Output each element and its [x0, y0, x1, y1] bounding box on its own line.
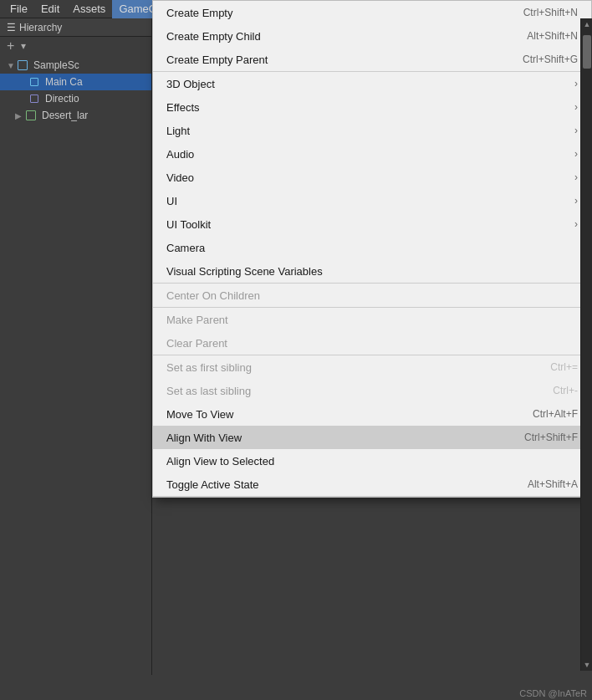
- menu-section-center: Center On Children: [153, 284, 591, 308]
- menu-item-visual-scripting[interactable]: Visual Scripting Scene Variables: [153, 259, 591, 283]
- align-with-view-label: Align With View: [166, 432, 491, 444]
- create-empty-shortcut: Ctrl+Shift+N: [523, 7, 578, 18]
- last-sibling-shortcut: Ctrl+-: [553, 385, 578, 396]
- scroll-thumb[interactable]: [583, 35, 591, 69]
- 3dobject-arrow: ›: [574, 78, 578, 89]
- menu-section-objects: 3D Object › Effects › Light › Audio › Vi…: [153, 72, 591, 284]
- move-to-view-shortcut: Ctrl+Alt+F: [533, 408, 578, 420]
- menubar-file[interactable]: File: [3, 0, 34, 18]
- create-empty-parent-label: Create Empty Parent: [166, 54, 489, 66]
- audio-label: Audio: [166, 148, 568, 161]
- visual-scripting-label: Visual Scripting Scene Variables: [166, 265, 578, 278]
- create-empty-child-label: Create Empty Child: [166, 30, 493, 43]
- hierarchy-item-dirlight[interactable]: Directio: [0, 90, 151, 107]
- dropdown-button[interactable]: ▾: [19, 40, 28, 52]
- menu-item-effects[interactable]: Effects ›: [153, 95, 591, 119]
- video-label: Video: [166, 171, 568, 184]
- menu-item-align-view-to-selected[interactable]: Align View to Selected: [153, 449, 591, 473]
- menu-item-uitoolkit[interactable]: UI Toolkit ›: [153, 212, 591, 236]
- menu-item-align-with-view[interactable]: Align With View Ctrl+Shift+F: [153, 426, 591, 449]
- menu-item-3dobject[interactable]: 3D Object ›: [153, 72, 591, 95]
- toggle-active-shortcut: Alt+Shift+A: [528, 478, 578, 490]
- menu-item-create-empty-child[interactable]: Create Empty Child Alt+Shift+N: [153, 24, 591, 48]
- dirlight-label: Directio: [45, 93, 79, 105]
- desert-arrow: ▶: [15, 111, 23, 120]
- menu-section-sibling: Set as first sibling Ctrl+= Set as last …: [153, 355, 591, 497]
- desert-icon: [25, 110, 37, 121]
- ui-arrow: ›: [574, 195, 578, 207]
- menubar-assets[interactable]: Assets: [66, 0, 112, 18]
- hierarchy-item-scene[interactable]: ▼ SampleSc: [0, 57, 151, 74]
- menu-item-clear-parent[interactable]: Clear Parent: [153, 331, 591, 355]
- 3dobject-label: 3D Object: [166, 78, 568, 90]
- menu-item-audio[interactable]: Audio ›: [153, 142, 591, 166]
- center-on-children-label: Center On Children: [166, 289, 578, 302]
- menu-section-parent: Make Parent Clear Parent: [153, 308, 591, 355]
- light-arrow: ›: [574, 125, 578, 136]
- last-sibling-label: Set as last sibling: [166, 385, 519, 397]
- menu-item-make-parent[interactable]: Make Parent: [153, 308, 591, 331]
- effects-label: Effects: [166, 101, 568, 114]
- toggle-active-label: Toggle Active State: [166, 478, 494, 491]
- uitoolkit-arrow: ›: [574, 218, 578, 230]
- menu-item-center-on-children[interactable]: Center On Children: [153, 284, 591, 307]
- menu-item-create-empty[interactable]: Create Empty Ctrl+Shift+N: [153, 1, 591, 24]
- effects-arrow: ›: [574, 101, 578, 113]
- create-empty-child-shortcut: Alt+Shift+N: [527, 30, 578, 42]
- camera-icon: [28, 76, 40, 88]
- menu-item-create-empty-parent[interactable]: Create Empty Parent Ctrl+Shift+G: [153, 48, 591, 71]
- menu-item-move-to-view[interactable]: Move To View Ctrl+Alt+F: [153, 402, 591, 426]
- align-view-to-selected-label: Align View to Selected: [166, 455, 578, 468]
- scroll-down-arrow[interactable]: ▼: [581, 659, 592, 671]
- align-with-view-shortcut: Ctrl+Shift+F: [524, 432, 578, 443]
- panel-header: ☰ Hierarchy: [0, 18, 151, 37]
- scene-icon: [17, 59, 28, 71]
- desert-label: Desert_lar: [42, 110, 88, 121]
- dirlight-icon: [28, 93, 40, 105]
- hierarchy-content: ▼ SampleSc Main Ca Directio: [0, 55, 151, 125]
- scene-label: SampleSc: [33, 59, 79, 71]
- menu-item-ui[interactable]: UI ›: [153, 189, 591, 212]
- hierarchy-panel: ☰ Hierarchy + ▾ ▼ SampleSc Main Ca: [0, 18, 152, 675]
- gameobject-menu: Create Empty Ctrl+Shift+N Create Empty C…: [152, 0, 592, 498]
- clear-parent-label: Clear Parent: [166, 337, 578, 350]
- make-parent-label: Make Parent: [166, 314, 578, 326]
- create-empty-parent-shortcut: Ctrl+Shift+G: [523, 54, 578, 65]
- menu-item-last-sibling[interactable]: Set as last sibling Ctrl+-: [153, 379, 591, 402]
- move-to-view-label: Move To View: [166, 408, 499, 421]
- audio-arrow: ›: [574, 148, 578, 160]
- first-sibling-shortcut: Ctrl+=: [550, 361, 578, 373]
- menu-item-light[interactable]: Light ›: [153, 119, 591, 142]
- camera-label: Camera: [166, 242, 578, 254]
- menu-item-video[interactable]: Video ›: [153, 166, 591, 189]
- menu-item-first-sibling[interactable]: Set as first sibling Ctrl+=: [153, 355, 591, 379]
- menu-section-create: Create Empty Ctrl+Shift+N Create Empty C…: [153, 1, 591, 72]
- hierarchy-title: Hierarchy: [19, 22, 62, 33]
- video-arrow: ›: [574, 171, 578, 183]
- menu-item-toggle-active[interactable]: Toggle Active State Alt+Shift+A: [153, 473, 591, 496]
- camera-label: Main Ca: [45, 76, 83, 88]
- light-label: Light: [166, 125, 568, 137]
- create-empty-label: Create Empty: [166, 7, 490, 19]
- bottom-bar: CSDN @InATeR: [514, 687, 592, 700]
- add-button[interactable]: +: [5, 38, 16, 54]
- ui-label: UI: [166, 195, 568, 207]
- hierarchy-icon: ☰: [7, 22, 16, 33]
- collapse-arrow: ▼: [7, 61, 15, 70]
- uitoolkit-label: UI Toolkit: [166, 218, 568, 231]
- hierarchy-item-maincamera[interactable]: Main Ca: [0, 74, 151, 90]
- scroll-up-arrow[interactable]: ▲: [581, 18, 592, 30]
- credit-text: CSDN @InATeR: [519, 688, 587, 698]
- hierarchy-item-desert[interactable]: ▶ Desert_lar: [0, 107, 151, 124]
- menubar-edit[interactable]: Edit: [34, 0, 66, 18]
- first-sibling-label: Set as first sibling: [166, 361, 517, 374]
- menu-item-camera[interactable]: Camera: [153, 236, 591, 259]
- scrollbar[interactable]: ▲ ▼: [580, 18, 592, 671]
- panel-toolbar: + ▾: [0, 37, 151, 55]
